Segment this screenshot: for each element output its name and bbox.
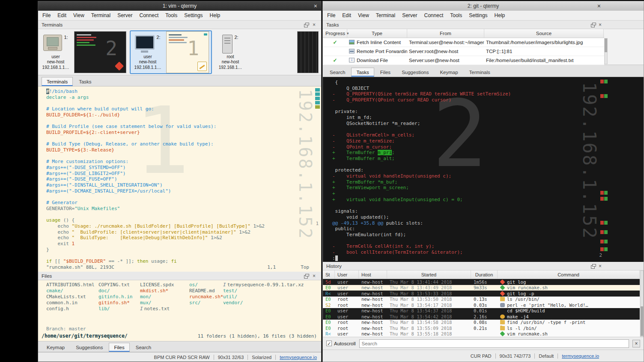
float-panel-icon[interactable] — [304, 24, 308, 27]
file-entry[interactable]: doc/ — [98, 288, 140, 294]
tab-tasks[interactable]: Tasks — [74, 77, 96, 86]
menu-terminal[interactable]: Terminal — [373, 11, 399, 20]
tab-search[interactable]: Search — [131, 343, 156, 352]
terminal-screen-1[interactable]: 1 192.168.1.152 #!/bin/bashdeclare -a ar… — [38, 86, 321, 272]
terminal-thumbnail-partial[interactable] — [297, 31, 319, 73]
menu-connect[interactable]: Connect — [136, 11, 162, 20]
close-icon[interactable]: × — [314, 1, 317, 11]
tasks-column-from[interactable]: From — [407, 29, 484, 38]
menu-help[interactable]: Help — [206, 11, 224, 20]
file-entry[interactable]: test/ — [223, 288, 321, 294]
close-panel-icon[interactable]: × — [313, 22, 316, 28]
tab-suggestions[interactable]: Suggestions — [397, 68, 434, 77]
file-entry[interactable]: lib/ — [98, 306, 140, 312]
history-row[interactable]: E0rootnew-hostThu Mar 8 13:55:09 20180.2… — [323, 325, 640, 331]
file-entry[interactable]: os/ — [189, 282, 223, 288]
menu-file[interactable]: File — [39, 11, 54, 20]
history-row[interactable]: E0rootnew-hostThu Mar 8 13:54:58 20180.0… — [323, 320, 640, 326]
file-entry[interactable]: CMakeLists.txt — [46, 294, 98, 300]
tab-keymap[interactable]: Keymap — [42, 343, 70, 352]
task-row[interactable]: ✓Fetch Inline ContentTerminal:user@new-h… — [323, 38, 604, 47]
file-entry[interactable]: Itermysequence-0.99.1.tar.xz — [223, 282, 321, 288]
history-row[interactable]: E0rootnew-hostThu Mar 8 13:53:50 20180.1… — [323, 297, 640, 303]
tab-suggestions[interactable]: Suggestions — [71, 343, 108, 352]
menu-view[interactable]: View — [355, 11, 373, 20]
file-entry[interactable]: README.md — [189, 288, 223, 294]
history-column-duration[interactable]: Duration — [471, 270, 498, 279]
file-entry[interactable]: LICENSE.spdx — [140, 282, 189, 288]
tab-keymap[interactable]: Keymap — [435, 68, 463, 77]
file-entry[interactable]: ATTRIBUTIONS.html — [46, 282, 98, 288]
history-column-user[interactable]: User — [335, 270, 359, 279]
status-link[interactable]: termysequence.io — [562, 353, 599, 359]
close-icon[interactable]: × — [597, 1, 601, 11]
file-entry[interactable]: gitinfo.h.in — [98, 294, 140, 300]
server-item-root[interactable]: 2: root new-host 192.168.1… — [215, 34, 245, 71]
selected-terminal-item[interactable]: 2: user new-host 192.168.1.1… 1 — [130, 30, 212, 74]
history-search-input[interactable] — [359, 339, 629, 348]
file-entry[interactable]: vendor/ — [223, 300, 321, 306]
history-row[interactable]: E0usernew-hostThu Mar 8 13:54:42 20182.1… — [323, 314, 640, 320]
float-panel-icon[interactable] — [591, 24, 595, 27]
file-entry[interactable]: config.h — [46, 306, 98, 312]
task-row[interactable]: ✓Download FileServer:user@new-hostFile:/… — [323, 56, 604, 65]
file-entry[interactable]: mux/ — [140, 300, 189, 306]
file-entry[interactable]: runcmake.sh* — [189, 294, 223, 300]
menu-settings[interactable]: Settings — [181, 11, 206, 20]
tasks-column-type[interactable]: Type — [347, 29, 407, 38]
history-row[interactable]: E0usernew-hostThu Mar 8 13:54:37 20180.0… — [323, 308, 640, 314]
float-panel-icon[interactable] — [591, 265, 595, 269]
menu-tools[interactable]: Tools — [447, 11, 465, 20]
task-row[interactable]: Remote Port ForwardingServer:root@new-ho… — [323, 47, 604, 56]
history-row[interactable]: R<usernew-hostThu Mar 8 13:53:33 2018git… — [323, 291, 640, 297]
history-column-command[interactable]: Command — [498, 270, 640, 279]
history-row[interactable]: 5dusernew-hostThu Mar 8 13:41:44 20181m5… — [323, 279, 640, 285]
history-row[interactable]: S2rootnew-hostThu Mar 8 13:54:17 20180.0… — [323, 302, 640, 308]
tab-files[interactable]: Files — [109, 343, 129, 352]
file-entry[interactable]: cmake/ — [46, 288, 98, 294]
menu-edit[interactable]: Edit — [339, 11, 355, 20]
menu-terminal[interactable]: Terminal — [88, 11, 114, 20]
tab-terminals[interactable]: Terminals — [464, 68, 495, 77]
menu-tools[interactable]: Tools — [162, 11, 181, 20]
close-panel-icon[interactable]: × — [599, 263, 602, 269]
file-entry[interactable]: src/ — [189, 300, 223, 306]
file-entry[interactable]: common.h.in — [46, 300, 98, 306]
close-panel-icon[interactable]: × — [313, 273, 316, 279]
file-entry[interactable]: util/ — [223, 294, 321, 300]
history-scrollbar[interactable] — [640, 270, 644, 337]
menu-file[interactable]: File — [324, 11, 339, 20]
titlebar[interactable]: 1: vim - qtermy × — [38, 1, 321, 11]
file-entry[interactable]: mkdist.sh* — [140, 288, 189, 294]
menu-settings[interactable]: Settings — [465, 11, 491, 20]
history-column-started[interactable]: Started — [387, 270, 471, 279]
tab-tasks[interactable]: Tasks — [351, 68, 374, 77]
menu-connect[interactable]: Connect — [421, 11, 447, 20]
terminal-thumbnail-2[interactable]: 2 — [74, 31, 126, 73]
menu-view[interactable]: View — [70, 11, 88, 20]
menu-help[interactable]: Help — [491, 11, 509, 20]
titlebar[interactable]: 2: git - qtermy × — [323, 1, 644, 11]
history-column-host[interactable]: Host — [359, 270, 387, 279]
status-link[interactable]: termysequence.io — [280, 355, 317, 360]
file-entry[interactable]: mon/ — [140, 294, 189, 300]
tasks-scrollbar[interactable] — [604, 38, 608, 64]
file-entry[interactable]: COPYING.txt — [98, 282, 140, 288]
float-panel-icon[interactable] — [304, 275, 308, 279]
terminal-item-2[interactable]: 2: user new-host 192.168.1.1… — [133, 34, 163, 71]
file-entry[interactable]: Inotes.txt — [140, 306, 189, 312]
terminal-thumbnail-1[interactable]: 1 — [166, 31, 209, 73]
history-column-st[interactable]: St — [323, 270, 335, 279]
menu-edit[interactable]: Edit — [54, 11, 70, 20]
history-row[interactable]: R<usernew-hostThu Mar 8 13:55:18 2018vim… — [323, 331, 640, 337]
menu-server[interactable]: Server — [114, 11, 136, 20]
autoscroll-checkbox[interactable]: ✓ Autoscroll — [326, 341, 356, 346]
file-entry[interactable]: gitinfo.sh* — [98, 300, 140, 306]
tab-files[interactable]: Files — [375, 68, 396, 77]
close-panel-icon[interactable]: × — [599, 22, 602, 28]
menu-server[interactable]: Server — [399, 11, 420, 20]
terminal-screen-2[interactable]: 2 192.168.1.152 { Q_OBJECT- Q_PROPERTY(Q… — [323, 77, 644, 262]
tab-search[interactable]: Search — [325, 68, 350, 77]
server-item-1[interactable]: 1: user new-host 192.168.1.1… — [41, 34, 71, 71]
tab-terminals[interactable]: Terminals — [42, 77, 73, 86]
